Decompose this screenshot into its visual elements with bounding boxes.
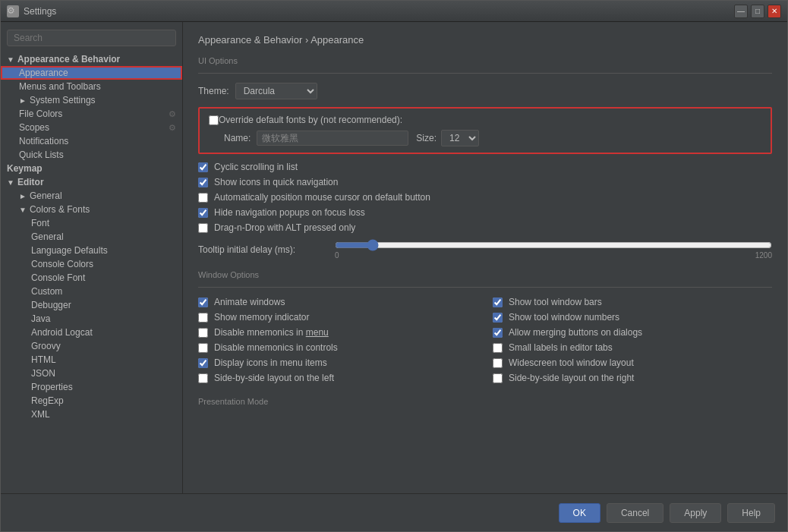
sidebar-item-label: Scopes — [19, 122, 49, 133]
theme-select[interactable]: Darcula IntelliJ Windows High Contrast — [235, 83, 317, 99]
allow-merging-label[interactable]: Allow merging buttons on dialogs — [509, 327, 642, 338]
sidebar-item-notifications[interactable]: Notifications — [1, 134, 182, 148]
hide-nav-label[interactable]: Hide navigation popups on focus loss — [214, 207, 365, 218]
sidebar-item-label: Properties — [31, 382, 73, 392]
tooltip-label: Tooltip initial delay (ms): — [198, 244, 327, 255]
show-memory-label[interactable]: Show memory indicator — [214, 312, 309, 323]
sidebar-item-xml[interactable]: XML — [1, 408, 182, 421]
help-button[interactable]: Help — [727, 503, 775, 523]
sidebar-item-json[interactable]: JSON — [1, 367, 182, 380]
sidebar-item-appearance[interactable]: Appearance — [1, 66, 182, 80]
side-by-side-right-label[interactable]: Side-by-side layout on the right — [509, 373, 634, 383]
sidebar-item-java[interactable]: Java — [1, 312, 182, 326]
sidebar-item-label: Language Defaults — [31, 245, 108, 256]
sidebar-item-menus-toolbars[interactable]: Menus and Toolbars — [1, 80, 182, 93]
show-tool-window-numbers-label[interactable]: Show tool window numbers — [509, 312, 619, 323]
sidebar-item-groovy[interactable]: Groovy — [1, 339, 182, 353]
section-divider — [198, 73, 772, 74]
sidebar-item-quick-lists[interactable]: Quick Lists — [1, 148, 182, 162]
tooltip-slider[interactable] — [335, 239, 772, 251]
sidebar-item-console-font[interactable]: Console Font — [1, 271, 182, 285]
sidebar-item-general2[interactable]: General — [1, 230, 182, 244]
disable-mnemonics-menu-checkbox[interactable] — [198, 328, 208, 338]
sidebar-item-properties[interactable]: Properties — [1, 380, 182, 394]
drag-drop-checkbox[interactable] — [198, 223, 208, 233]
minimize-button[interactable]: — — [734, 5, 748, 18]
auto-position-checkbox[interactable] — [198, 193, 208, 203]
sidebar-item-file-colors[interactable]: File Colors ⚙ — [1, 107, 182, 121]
window-icon: ⚙ — [7, 5, 19, 17]
sidebar-item-colors-fonts[interactable]: ▼ Colors & Fonts — [1, 203, 182, 216]
apply-button[interactable]: Apply — [670, 503, 721, 523]
show-tool-window-bars-label[interactable]: Show tool window bars — [509, 297, 602, 307]
breadcrumb: Appearance & Behavior › Appearance — [198, 34, 772, 46]
cyclic-scrolling-label[interactable]: Cyclic scrolling in list — [214, 162, 298, 172]
sidebar-item-html[interactable]: HTML — [1, 353, 182, 367]
animate-windows-label[interactable]: Animate windows — [214, 297, 285, 307]
checkbox-row-small-labels: Small labels in editor tabs — [493, 342, 772, 353]
small-labels-label[interactable]: Small labels in editor tabs — [509, 342, 613, 353]
sidebar-item-system-settings[interactable]: ► System Settings — [1, 93, 182, 107]
font-size-select[interactable]: 12 11 13 14 — [441, 130, 479, 146]
show-memory-checkbox[interactable] — [198, 313, 208, 323]
theme-row: Theme: Darcula IntelliJ Windows High Con… — [198, 83, 772, 99]
expand-arrow: ▼ — [7, 178, 14, 187]
small-labels-checkbox[interactable] — [493, 343, 503, 353]
ok-button[interactable]: OK — [559, 503, 600, 523]
sidebar-item-label: General — [31, 231, 64, 242]
sidebar-item-appearance-behavior[interactable]: ▼ Appearance & Behavior — [1, 52, 182, 66]
sidebar-item-editor[interactable]: ▼ Editor — [1, 175, 182, 189]
allow-merging-checkbox[interactable] — [493, 328, 503, 338]
slider-max: 1200 — [755, 251, 772, 260]
sidebar-item-regexp[interactable]: RegExp — [1, 394, 182, 408]
font-name-input[interactable] — [257, 131, 408, 146]
cyclic-scrolling-checkbox[interactable] — [198, 162, 208, 172]
sidebar-item-label: Keymap — [7, 163, 43, 174]
side-by-side-left-label[interactable]: Side-by-side layout on the left — [214, 373, 334, 383]
slider-min: 0 — [335, 251, 339, 260]
maximize-button[interactable]: □ — [751, 5, 764, 18]
cancel-button[interactable]: Cancel — [607, 503, 663, 523]
sidebar-item-custom[interactable]: Custom — [1, 285, 182, 298]
disable-mnemonics-menu-label[interactable]: Disable mnemonics in menu — [214, 327, 329, 338]
sidebar-item-language-defaults[interactable]: Language Defaults — [1, 244, 182, 257]
sidebar-item-android-logcat[interactable]: Android Logcat — [1, 326, 182, 339]
show-icons-label[interactable]: Show icons in quick navigation — [214, 177, 338, 187]
side-by-side-right-checkbox[interactable] — [493, 373, 503, 383]
window-options-grid: Animate windows Show memory indicator Di… — [198, 297, 772, 388]
sidebar-item-keymap[interactable]: Keymap — [1, 162, 182, 175]
checkbox-row-auto-position: Automatically position mouse cursor on d… — [198, 192, 772, 203]
drag-drop-label[interactable]: Drag-n-Drop with ALT pressed only — [214, 222, 355, 233]
slider-container: 0 1200 — [335, 239, 772, 260]
gear-icon: ⚙ — [169, 109, 176, 119]
sidebar-item-general[interactable]: ► General — [1, 189, 182, 203]
sidebar-item-font[interactable]: Font — [1, 216, 182, 230]
show-tool-window-numbers-checkbox[interactable] — [493, 313, 503, 323]
sidebar: ▼ Appearance & Behavior Appearance Menus… — [1, 22, 183, 493]
override-fonts-label[interactable]: Override default fonts by (not recommend… — [219, 115, 402, 125]
sidebar-item-scopes[interactable]: Scopes ⚙ — [1, 121, 182, 134]
show-icons-checkbox[interactable] — [198, 178, 208, 187]
sidebar-item-label: HTML — [31, 354, 56, 365]
display-icons-checkbox[interactable] — [198, 358, 208, 368]
disable-mnemonics-controls-checkbox[interactable] — [198, 343, 208, 353]
show-tool-window-bars-checkbox[interactable] — [493, 297, 503, 307]
sidebar-item-label: XML — [31, 409, 50, 420]
hide-nav-checkbox[interactable] — [198, 208, 208, 218]
side-by-side-left-checkbox[interactable] — [198, 373, 208, 383]
animate-windows-checkbox[interactable] — [198, 297, 208, 307]
search-input[interactable] — [7, 30, 176, 46]
checkbox-row-show-icons: Show icons in quick navigation — [198, 177, 772, 187]
sidebar-item-debugger[interactable]: Debugger — [1, 298, 182, 312]
auto-position-label[interactable]: Automatically position mouse cursor on d… — [214, 192, 430, 203]
sidebar-item-console-colors[interactable]: Console Colors — [1, 257, 182, 271]
expand-arrow: ▼ — [7, 55, 14, 64]
display-icons-label[interactable]: Display icons in menu items — [214, 357, 327, 368]
close-button[interactable]: ✕ — [768, 5, 781, 18]
override-fonts-checkbox[interactable] — [209, 115, 219, 125]
font-name-row: Name: Size: 12 11 13 14 — [224, 130, 761, 146]
widescreen-label[interactable]: Widescreen tool window layout — [509, 357, 634, 368]
widescreen-checkbox[interactable] — [493, 358, 503, 368]
disable-mnemonics-controls-label[interactable]: Disable mnemonics in controls — [214, 342, 338, 353]
gear-icon: ⚙ — [169, 123, 176, 133]
